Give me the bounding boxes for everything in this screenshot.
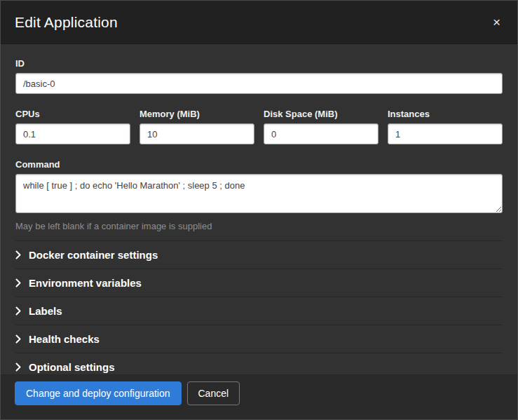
cpus-input[interactable] (15, 123, 130, 144)
chevron-right-icon (15, 250, 21, 259)
disk-field-group: Disk Space (MiB) (264, 109, 379, 144)
id-input[interactable] (15, 73, 503, 94)
memory-label: Memory (MiB) (139, 109, 254, 119)
memory-field-group: Memory (MiB) (139, 109, 254, 144)
cancel-button[interactable]: Cancel (187, 381, 240, 405)
command-help-text: May be left blank if a container image i… (15, 221, 503, 231)
command-input[interactable]: while [ true ] ; do echo 'Hello Marathon… (15, 174, 503, 213)
section-label: Labels (29, 305, 62, 317)
modal-title: Edit Application (15, 14, 118, 31)
chevron-right-icon (15, 306, 21, 316)
section-label: Optional settings (29, 361, 115, 373)
section-environment-variables[interactable]: Environment variables (15, 269, 503, 297)
close-icon[interactable]: × (490, 14, 503, 30)
instances-label: Instances (388, 109, 503, 119)
change-and-deploy-button[interactable]: Change and deploy configuration (15, 381, 182, 405)
command-label: Command (15, 159, 503, 170)
resources-row: CPUs Memory (MiB) Disk Space (MiB) Insta… (15, 109, 503, 144)
section-labels[interactable]: Labels (15, 297, 503, 325)
id-field-group: ID (15, 58, 503, 94)
edit-application-modal: Edit Application × ID CPUs Memory (MiB) … (0, 0, 518, 420)
command-field-group: Command while [ true ] ; do echo 'Hello … (15, 159, 503, 231)
settings-accordion: Docker container settings Environment va… (15, 241, 503, 374)
cpus-field-group: CPUs (15, 109, 130, 144)
memory-input[interactable] (139, 123, 254, 144)
chevron-right-icon (15, 334, 21, 344)
disk-label: Disk Space (MiB) (264, 109, 379, 119)
section-label: Docker container settings (29, 249, 158, 261)
disk-input[interactable] (264, 123, 379, 144)
cpus-label: CPUs (15, 109, 130, 119)
section-docker-container-settings[interactable]: Docker container settings (15, 241, 503, 269)
chevron-right-icon (15, 363, 21, 372)
section-label: Health checks (29, 333, 100, 345)
section-optional-settings[interactable]: Optional settings (15, 353, 503, 374)
section-health-checks[interactable]: Health checks (15, 325, 503, 353)
modal-body: ID CPUs Memory (MiB) Disk Space (MiB) In… (1, 44, 517, 374)
modal-footer: Change and deploy configuration Cancel (1, 374, 517, 419)
instances-input[interactable] (388, 123, 503, 144)
id-label: ID (15, 58, 503, 69)
chevron-right-icon (15, 278, 21, 287)
instances-field-group: Instances (388, 109, 503, 144)
modal-header: Edit Application × (1, 1, 517, 44)
section-label: Environment variables (29, 277, 142, 289)
